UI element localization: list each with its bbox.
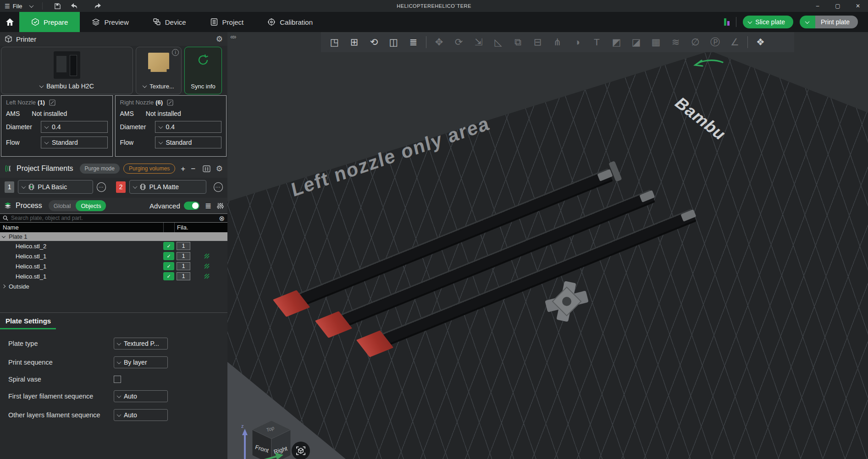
- add-text-button[interactable]: T: [587, 34, 607, 50]
- table-row[interactable]: Helico.stl_1 ✓ 1: [0, 261, 227, 271]
- filament-1-select[interactable]: PLA Basic: [18, 180, 93, 194]
- divider: [736, 17, 736, 27]
- split-to-objects-button[interactable]: ⧉: [508, 34, 528, 50]
- auto-orient-button[interactable]: ⟲: [364, 34, 384, 50]
- left-diameter-select[interactable]: 0.4: [41, 121, 108, 133]
- measure-button[interactable]: ∠: [725, 34, 745, 50]
- tab-label: Calibration: [280, 18, 313, 26]
- info-icon[interactable]: i: [172, 49, 179, 56]
- redo-button[interactable]: [92, 1, 104, 11]
- support-painting-button[interactable]: ⋔: [547, 34, 567, 50]
- filament-settings-gear-icon[interactable]: ⚙: [216, 165, 223, 173]
- other-layers-sequence-select[interactable]: Auto: [114, 409, 168, 421]
- printer-settings-gear-icon[interactable]: ⚙: [216, 35, 223, 43]
- slice-plate-button[interactable]: Slice plate: [743, 16, 793, 28]
- printable-checkbox[interactable]: ✓: [163, 252, 174, 260]
- filament-id-cell[interactable]: 1: [177, 262, 190, 270]
- file-menu[interactable]: ☰ File: [5, 3, 33, 10]
- assembly-view-button[interactable]: ❖: [751, 34, 770, 50]
- z-axis-label: z: [241, 423, 244, 429]
- scale-button[interactable]: ⇲: [469, 34, 488, 50]
- right-nozzle-label: Right Nozzle: [120, 99, 154, 106]
- add-filament-button[interactable]: +: [181, 165, 185, 173]
- rotate-button[interactable]: ⟳: [449, 34, 469, 50]
- stats-icon[interactable]: [724, 18, 730, 26]
- tab-device[interactable]: Device: [141, 12, 198, 32]
- minimize-button[interactable]: –: [807, 0, 828, 12]
- tune-sliders-icon[interactable]: [217, 202, 224, 209]
- filament-2-name: PLA Matte: [149, 183, 179, 191]
- table-row[interactable]: Helico.stl_1 ✓ 1: [0, 251, 227, 261]
- close-icon: ✕: [856, 3, 860, 9]
- navigation-cube[interactable]: Top Front Right z: [235, 410, 299, 459]
- build-plate-select-card[interactable]: i Texture...: [136, 47, 182, 94]
- seam-painting-button[interactable]: ◩: [607, 34, 626, 50]
- print-options-segment[interactable]: [800, 16, 815, 28]
- add-object-button[interactable]: ◳: [325, 34, 344, 50]
- diameter-label: Diameter: [120, 123, 155, 131]
- add-plate-button[interactable]: ⊞: [344, 34, 364, 50]
- spiral-vase-checkbox[interactable]: [114, 376, 121, 383]
- tab-project[interactable]: Project: [198, 12, 256, 32]
- filament-2-select[interactable]: PLA Matte: [129, 180, 206, 194]
- printable-checkbox[interactable]: ✓: [163, 242, 174, 250]
- scope-global[interactable]: Global: [49, 200, 76, 211]
- mesh-boolean-button[interactable]: ◪: [626, 34, 646, 50]
- add-modifier-button[interactable]: Ⓟ: [705, 34, 725, 50]
- tab-calibration[interactable]: Calibration: [255, 12, 325, 32]
- parameter-list-icon[interactable]: ≣: [205, 202, 211, 210]
- advanced-toggle[interactable]: [184, 202, 199, 210]
- arrange-button[interactable]: ◫: [384, 34, 404, 50]
- maximize-button[interactable]: ▢: [828, 0, 848, 12]
- undo-button[interactable]: [68, 1, 80, 11]
- filament-id-cell[interactable]: 1: [177, 242, 190, 250]
- object-list-button[interactable]: ≣: [404, 34, 423, 50]
- remove-filament-button[interactable]: −: [191, 165, 195, 173]
- split-to-parts-button[interactable]: ⊟: [528, 34, 547, 50]
- printable-checkbox[interactable]: ✓: [163, 262, 174, 270]
- sidebar-collapse-handle[interactable]: «»: [230, 33, 236, 40]
- table-row[interactable]: Helico.stl_1 ✓ 1: [0, 271, 227, 281]
- variable-layer-height-button[interactable]: ≋: [666, 34, 686, 50]
- move-button[interactable]: ✥: [429, 34, 449, 50]
- right-diameter-select[interactable]: 0.4: [155, 121, 222, 133]
- fuzzy-skin-button[interactable]: ▦: [646, 34, 666, 50]
- filament-1-menu-button[interactable]: ⋯: [97, 182, 106, 192]
- process-scope-switch: Global Objects: [49, 200, 106, 211]
- tab-prepare[interactable]: Prepare: [19, 12, 80, 32]
- ams-mapping-icon[interactable]: [203, 165, 210, 172]
- table-row-outside[interactable]: Outside: [0, 281, 227, 291]
- close-button[interactable]: ✕: [848, 0, 868, 12]
- filament-id-cell[interactable]: 1: [177, 272, 190, 280]
- first-layer-sequence-select[interactable]: Auto: [114, 390, 168, 402]
- home-button[interactable]: [0, 12, 19, 32]
- sync-info-button[interactable]: Sync info: [184, 47, 222, 94]
- model-rotor-hub[interactable]: [544, 282, 590, 323]
- viewport-3d[interactable]: Left nozzle only area Bambu «» ◳ ⊞ ⟲ ◫ ≣…: [227, 32, 868, 459]
- print-plate-button[interactable]: Print plate: [800, 16, 858, 28]
- printer-section-header: Printer ⚙: [0, 32, 227, 46]
- printer-select-card[interactable]: Bambu Lab H2C: [1, 47, 133, 94]
- color-painting-button[interactable]: ◑: [567, 34, 587, 50]
- printable-checkbox[interactable]: ✓: [163, 272, 174, 280]
- place-on-face-button[interactable]: ◺: [488, 34, 508, 50]
- search-input[interactable]: [11, 215, 216, 221]
- search-clear-icon[interactable]: ⊗: [219, 215, 225, 222]
- print-sequence-select[interactable]: By layer: [114, 356, 168, 368]
- fit-view-button[interactable]: [292, 442, 310, 459]
- tab-preview[interactable]: Preview: [80, 12, 140, 32]
- purging-volumes-button[interactable]: Purging volumes: [123, 164, 175, 174]
- filament-id-cell[interactable]: 1: [177, 252, 190, 260]
- table-row-plate[interactable]: Plate 1: [0, 232, 227, 241]
- filament-2-menu-button[interactable]: ⋯: [214, 182, 223, 192]
- edit-icon[interactable]: [167, 99, 173, 106]
- save-button[interactable]: [52, 1, 64, 11]
- add-negative-part-button[interactable]: ∅: [686, 34, 705, 50]
- edit-icon[interactable]: [49, 99, 55, 106]
- right-flow-select[interactable]: Standard: [155, 137, 222, 148]
- scope-objects[interactable]: Objects: [76, 200, 106, 211]
- purge-mode-button[interactable]: Purge mode: [80, 164, 120, 174]
- plate-type-select[interactable]: Textured P...: [114, 338, 168, 350]
- table-row[interactable]: Helico.stl_2 ✓ 1: [0, 241, 227, 251]
- left-flow-select[interactable]: Standard: [41, 137, 108, 148]
